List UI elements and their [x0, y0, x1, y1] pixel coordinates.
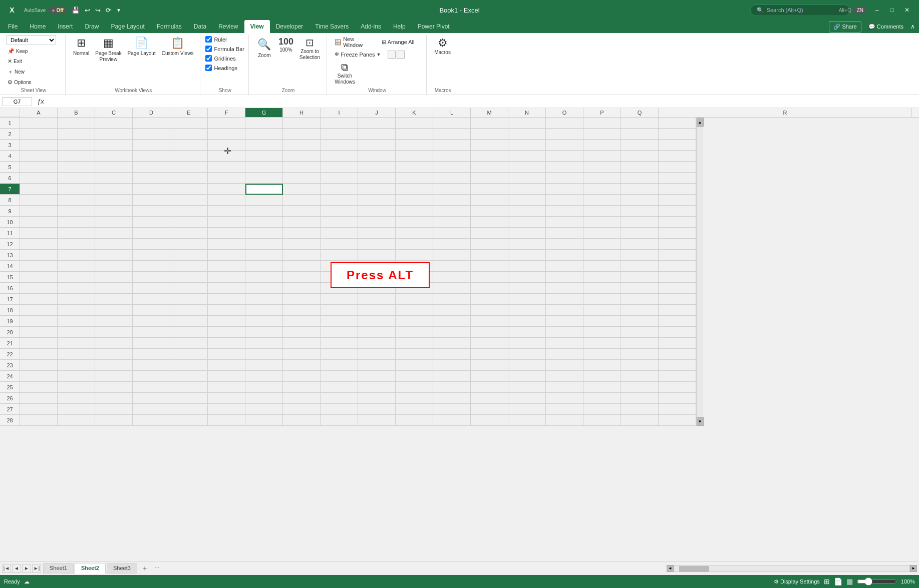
- cell-H28[interactable]: [283, 415, 321, 426]
- cell-K3[interactable]: [396, 140, 433, 151]
- cell-G20[interactable]: [245, 327, 283, 338]
- cell-M25[interactable]: [471, 382, 508, 393]
- cell-A16[interactable]: [20, 283, 58, 294]
- cell-B13[interactable]: [58, 250, 95, 261]
- cell-B15[interactable]: [58, 272, 95, 283]
- split-icon-2[interactable]: [397, 51, 405, 59]
- zoom-to-selection-button[interactable]: ⊡ Zoom toSelection: [297, 35, 323, 62]
- cell-E21[interactable]: [170, 338, 208, 349]
- cell-H25[interactable]: [283, 382, 321, 393]
- cell-B18[interactable]: [58, 305, 95, 316]
- cell-C8[interactable]: [95, 195, 133, 206]
- cell-I28[interactable]: [321, 415, 358, 426]
- col-header-b[interactable]: B: [58, 108, 95, 117]
- row-num-24[interactable]: 24: [0, 371, 20, 382]
- autosave-toggle[interactable]: ● Off: [49, 7, 67, 14]
- cell-Q5[interactable]: [621, 162, 659, 173]
- col-header-c[interactable]: C: [95, 108, 133, 117]
- cell-E20[interactable]: [170, 327, 208, 338]
- cell-D22[interactable]: [133, 349, 170, 360]
- maximize-button[interactable]: □: [885, 3, 899, 17]
- cell-B9[interactable]: [58, 206, 95, 217]
- cell-B8[interactable]: [58, 195, 95, 206]
- cell-J14[interactable]: [358, 261, 396, 272]
- cell-P8[interactable]: [583, 195, 621, 206]
- cell-C11[interactable]: [95, 228, 133, 239]
- cell-B2[interactable]: [58, 129, 95, 140]
- cell-E12[interactable]: [170, 239, 208, 250]
- cell-G14[interactable]: [245, 261, 283, 272]
- cell-K2[interactable]: [396, 129, 433, 140]
- cell-J28[interactable]: [358, 415, 396, 426]
- cell-N19[interactable]: [508, 316, 546, 327]
- row-num-28[interactable]: 28: [0, 415, 20, 426]
- cell-J6[interactable]: [358, 173, 396, 184]
- cell-R20[interactable]: [659, 327, 696, 338]
- cell-M28[interactable]: [471, 415, 508, 426]
- cell-G13[interactable]: [245, 250, 283, 261]
- tab-formulas[interactable]: Formulas: [151, 20, 188, 33]
- cell-A19[interactable]: [20, 316, 58, 327]
- cell-K6[interactable]: [396, 173, 433, 184]
- cell-K21[interactable]: [396, 338, 433, 349]
- cell-M9[interactable]: [471, 206, 508, 217]
- cell-B6[interactable]: [58, 173, 95, 184]
- cell-D12[interactable]: [133, 239, 170, 250]
- cell-O7[interactable]: [546, 184, 583, 195]
- cell-L28[interactable]: [433, 415, 471, 426]
- cell-Q24[interactable]: [621, 371, 659, 382]
- undo-icon[interactable]: ↩: [83, 6, 92, 15]
- cell-H23[interactable]: [283, 360, 321, 371]
- formula-bar-checkbox[interactable]: Formula Bar: [205, 45, 244, 53]
- cell-M15[interactable]: [471, 272, 508, 283]
- cell-N18[interactable]: [508, 305, 546, 316]
- cell-R1[interactable]: [659, 118, 696, 129]
- cell-Q18[interactable]: [621, 305, 659, 316]
- cell-N3[interactable]: [508, 140, 546, 151]
- cell-R6[interactable]: [659, 173, 696, 184]
- cell-M22[interactable]: [471, 349, 508, 360]
- col-header-m[interactable]: M: [471, 108, 508, 117]
- macros-button[interactable]: ⚙ Macros: [432, 35, 453, 57]
- cell-D25[interactable]: [133, 382, 170, 393]
- cell-L10[interactable]: [433, 217, 471, 228]
- cell-K13[interactable]: [396, 250, 433, 261]
- custom-views-button[interactable]: 📋 Custom Views: [159, 35, 196, 58]
- cell-A13[interactable]: [20, 250, 58, 261]
- cell-N7[interactable]: [508, 184, 546, 195]
- cell-G5[interactable]: [245, 162, 283, 173]
- cell-B4[interactable]: [58, 151, 95, 162]
- cell-C20[interactable]: [95, 327, 133, 338]
- cell-K8[interactable]: [396, 195, 433, 206]
- dropdown-qat-icon[interactable]: ▼: [114, 7, 123, 14]
- cell-R25[interactable]: [659, 382, 696, 393]
- sheet-view-select[interactable]: Default: [6, 35, 56, 45]
- page-break-status-icon[interactable]: ▦: [846, 577, 853, 585]
- cell-Q17[interactable]: [621, 294, 659, 305]
- options-button[interactable]: ⚙ Options: [6, 78, 61, 87]
- cell-I17[interactable]: [321, 294, 358, 305]
- comments-button[interactable]: 💬 Comments: [864, 22, 907, 32]
- tab-add-ins[interactable]: Add-ins: [355, 20, 387, 33]
- cell-M24[interactable]: [471, 371, 508, 382]
- cell-H15[interactable]: [283, 272, 321, 283]
- cell-Q7[interactable]: [621, 184, 659, 195]
- cell-F8[interactable]: [208, 195, 245, 206]
- cell-I21[interactable]: [321, 338, 358, 349]
- cell-P2[interactable]: [583, 129, 621, 140]
- cell-F11[interactable]: [208, 228, 245, 239]
- cell-F17[interactable]: [208, 294, 245, 305]
- cell-J2[interactable]: [358, 129, 396, 140]
- cell-N9[interactable]: [508, 206, 546, 217]
- cell-G22[interactable]: [245, 349, 283, 360]
- normal-view-button[interactable]: ⊞ Normal: [71, 35, 92, 58]
- cell-Q9[interactable]: [621, 206, 659, 217]
- cell-R12[interactable]: [659, 239, 696, 250]
- cell-O16[interactable]: [546, 283, 583, 294]
- cell-O20[interactable]: [546, 327, 583, 338]
- cell-M11[interactable]: [471, 228, 508, 239]
- cell-M10[interactable]: [471, 217, 508, 228]
- save-to-cloud-icon[interactable]: ☁: [24, 578, 30, 585]
- cell-M8[interactable]: [471, 195, 508, 206]
- cell-Q20[interactable]: [621, 327, 659, 338]
